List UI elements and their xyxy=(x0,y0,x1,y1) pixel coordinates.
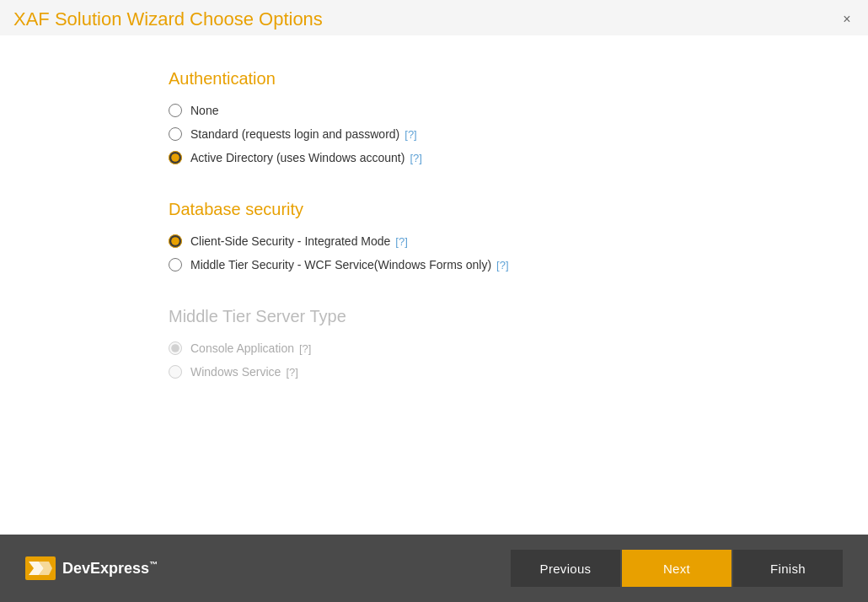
db-client-label: Client-Side Security - Integrated Mode xyxy=(190,234,390,248)
middle-tier-section: Middle Tier Server Type Console Applicat… xyxy=(169,307,817,389)
db-client-radio[interactable] xyxy=(169,234,182,248)
mt-windows-label: Windows Service xyxy=(190,365,281,379)
auth-none-label: None xyxy=(190,104,218,117)
middle-tier-title: Middle Tier Server Type xyxy=(169,307,817,326)
mt-windows-row: Windows Service [?] xyxy=(169,365,817,379)
db-middle-help[interactable]: [?] xyxy=(496,259,508,271)
auth-standard-row: Standard (requests login and password) [… xyxy=(169,127,817,141)
next-button[interactable]: Next xyxy=(622,550,731,587)
auth-standard-label: Standard (requests login and password) xyxy=(190,127,399,141)
mt-console-help: [?] xyxy=(299,342,311,355)
auth-standard-radio[interactable] xyxy=(169,127,182,141)
auth-ad-row: Active Directory (uses Windows account) … xyxy=(169,151,817,164)
footer-buttons: Previous Next Finish xyxy=(511,550,843,587)
footer: DevExpress™ Previous Next Finish xyxy=(0,535,868,602)
auth-none-radio[interactable] xyxy=(169,104,182,117)
db-client-help[interactable]: [?] xyxy=(395,235,407,248)
auth-ad-help[interactable]: [?] xyxy=(410,152,421,164)
database-security-section: Database security Client-Side Security -… xyxy=(169,200,817,282)
auth-ad-radio[interactable] xyxy=(169,151,182,164)
content-area: Authentication None Standard (requests l… xyxy=(0,35,868,535)
finish-button[interactable]: Finish xyxy=(733,550,843,587)
mt-console-row: Console Application [?] xyxy=(169,341,817,355)
mt-windows-radio[interactable] xyxy=(169,365,182,379)
previous-button[interactable]: Previous xyxy=(511,550,620,587)
mt-console-label: Console Application xyxy=(190,341,294,355)
db-client-row: Client-Side Security - Integrated Mode [… xyxy=(169,234,817,248)
db-middle-label: Middle Tier Security - WCF Service(Windo… xyxy=(190,258,491,271)
db-middle-row: Middle Tier Security - WCF Service(Windo… xyxy=(169,258,817,271)
devexpress-logo-text: DevExpress™ xyxy=(62,560,158,578)
mt-windows-help: [?] xyxy=(286,366,297,379)
devexpress-logo-icon xyxy=(25,556,56,580)
window-title: XAF Solution Wizard Choose Options xyxy=(13,8,323,30)
auth-ad-label: Active Directory (uses Windows account) xyxy=(190,151,405,164)
database-security-title: Database security xyxy=(169,200,817,219)
auth-standard-help[interactable]: [?] xyxy=(405,128,416,141)
auth-none-row: None xyxy=(169,104,817,117)
close-button[interactable]: × xyxy=(839,12,855,27)
mt-console-radio[interactable] xyxy=(169,341,182,355)
authentication-title: Authentication xyxy=(169,69,817,89)
authentication-section: Authentication None Standard (requests l… xyxy=(169,69,817,175)
wizard-window: XAF Solution Wizard Choose Options × Aut… xyxy=(0,0,868,602)
title-bar: XAF Solution Wizard Choose Options × xyxy=(0,0,868,35)
db-middle-radio[interactable] xyxy=(169,258,182,271)
devexpress-logo: DevExpress™ xyxy=(25,556,158,580)
window-subtitle: Choose Options xyxy=(190,8,323,30)
window-title-main: XAF Solution Wizard xyxy=(13,8,185,30)
